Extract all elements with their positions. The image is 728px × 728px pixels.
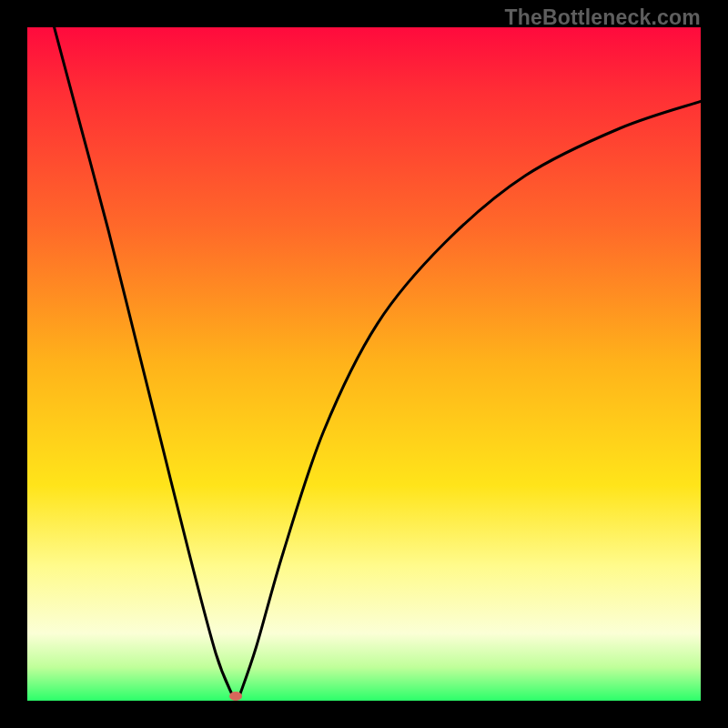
watermark-text: TheBottleneck.com bbox=[504, 5, 701, 30]
chart-container: TheBottleneck.com bbox=[0, 0, 728, 728]
bottleneck-curve bbox=[27, 27, 701, 701]
curve-right-branch bbox=[239, 101, 701, 695]
curve-left-branch bbox=[55, 27, 233, 696]
plot-area bbox=[27, 27, 701, 701]
